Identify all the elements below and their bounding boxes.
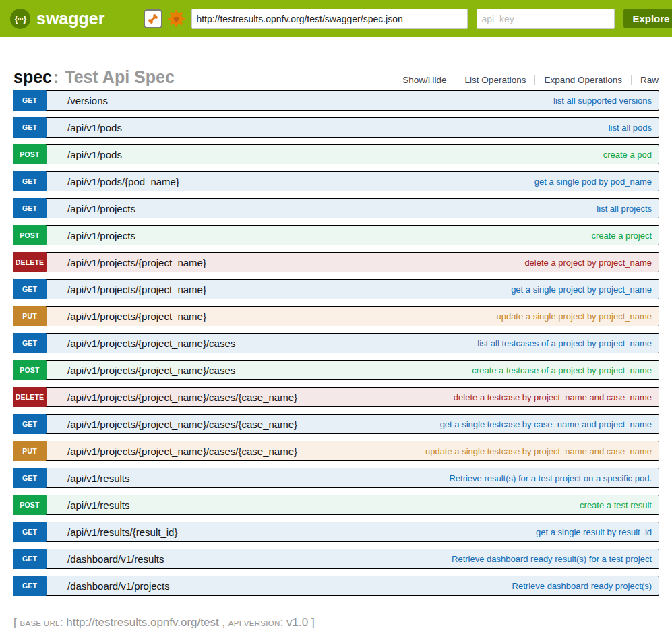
endpoint-row[interactable]: GET /api/v1/pods list all pods [13,117,659,138]
endpoint-summary-link[interactable]: list all projects [597,204,652,214]
main-content: spec: Test Api Spec Show/Hide List Opera… [0,37,672,630]
http-method-badge: POST [13,495,47,515]
endpoint-row[interactable]: DELETE /api/v1/projects/{project_name}/c… [13,387,659,407]
operations-toolbar: Show/Hide List Operations Expand Operati… [394,75,659,85]
endpoint-path-link[interactable]: /api/v1/projects/{project_name} [67,284,206,295]
http-method-badge: DELETE [13,387,47,407]
swagger-logo-text: swagger [36,9,104,28]
endpoint-summary-link[interactable]: list all supported versions [553,96,652,106]
endpoint-path-link[interactable]: /api/v1/results/{result_id} [67,526,177,538]
header-controls: Explore [144,9,672,29]
endpoint-summary-link[interactable]: Retrieve dashboard ready project(s) [512,581,652,591]
api-version-label: API VERSION [228,619,280,628]
endpoint-path-link[interactable]: /api/v1/projects/{project_name}/cases [67,338,235,349]
endpoint-summary-link[interactable]: get a single project by project_name [511,284,652,295]
gear-heart-button[interactable] [167,9,185,28]
header-bar: {···} swagger [0,0,672,37]
endpoint-row[interactable]: GET /api/v1/results/{result_id} get a si… [13,522,659,542]
toolbar-link[interactable]: Show/Hide [394,75,455,85]
endpoint-path-link[interactable]: /api/v1/pods [67,149,122,160]
footer-bracket-close: ] [308,616,314,629]
http-method-badge: GET [13,522,47,542]
endpoint-row[interactable]: GET /versions list all supported version… [13,90,659,111]
toolbar-link[interactable]: Expand Operations [534,75,631,85]
http-method-badge: GET [13,333,47,353]
endpoint-path-link[interactable]: /api/v1/projects/{project_name} [67,257,206,268]
endpoint-summary-link[interactable]: Retrieve result(s) for a test project on… [449,473,652,483]
endpoint-row[interactable]: GET /api/v1/projects/{project_name} get … [13,279,659,299]
endpoint-list: GET /versions list all supported version… [13,90,659,596]
endpoint-path-link[interactable]: /api/v1/projects [67,230,135,241]
resource-title-row: spec: Test Api Spec Show/Hide List Opera… [13,67,659,87]
bone-link-button[interactable] [144,9,162,28]
http-method-badge: GET [13,171,47,191]
endpoint-path-link[interactable]: /dashboard/v1/results [67,553,164,565]
endpoint-row[interactable]: POST /api/v1/results create a test resul… [13,495,659,515]
endpoint-summary-link[interactable]: create a testcase of a project by projec… [472,365,652,375]
endpoint-summary-link[interactable]: get a single result by result_id [536,527,652,537]
endpoint-summary-link[interactable]: delete a testcase by project_name and ca… [454,392,652,402]
endpoint-path-link[interactable]: /versions [67,95,108,106]
swagger-logo[interactable]: {···} swagger [10,9,104,29]
endpoint-path-link[interactable]: /api/v1/results [67,499,130,511]
http-method-badge: DELETE [13,252,47,272]
http-method-badge: POST [13,144,47,164]
http-method-badge: GET [13,549,47,569]
endpoint-row[interactable]: GET /api/v1/pods/{pod_name} get a single… [13,171,659,191]
endpoint-summary-link[interactable]: delete a project by project_name [524,257,652,268]
endpoint-path-link[interactable]: /api/v1/projects/{project_name} [67,311,206,322]
endpoint-row[interactable]: POST /api/v1/pods create a pod [13,144,659,164]
endpoint-path-link[interactable]: /api/v1/projects [67,203,135,214]
endpoint-summary-link[interactable]: update a single project by project_name [496,311,652,322]
endpoint-summary-link[interactable]: create a project [591,231,652,241]
explore-button[interactable]: Explore [623,9,672,28]
page-title: spec: Test Api Spec [13,67,175,87]
endpoint-path-link[interactable]: /api/v1/projects/{project_name}/cases/{c… [67,392,297,403]
endpoint-row[interactable]: DELETE /api/v1/projects/{project_name} d… [13,252,659,272]
endpoint-summary-link[interactable]: get a single testcase by case_name and p… [440,419,652,429]
endpoint-row[interactable]: GET /api/v1/results Retrieve result(s) f… [13,468,659,488]
api-key-input[interactable] [477,9,615,29]
endpoint-summary-link[interactable]: update a single testcase by project_name… [425,446,652,456]
toolbar-link[interactable]: List Operations [456,75,535,85]
toolbar-link[interactable]: Raw [631,75,659,85]
resource-name: spec [13,67,52,86]
endpoint-row[interactable]: GET /api/v1/projects/{project_name}/case… [13,333,659,353]
endpoint-summary-link[interactable]: list all pods [609,123,652,133]
endpoint-path-link[interactable]: /api/v1/pods/{pod_name} [67,176,179,187]
endpoint-path-link[interactable]: /api/v1/pods [67,122,122,133]
api-version-value: v1.0 [286,616,308,629]
endpoint-path-link[interactable]: /api/v1/projects/{project_name}/cases/{c… [67,419,297,430]
http-method-badge: POST [13,360,47,380]
base-url-footer: [ BASE URL: http://testresults.opnfv.org… [13,616,659,630]
base-url-value: http://testresults.opnfv.org/test [66,616,218,629]
endpoint-path-link[interactable]: /api/v1/projects/{project_name}/cases [67,365,235,376]
endpoint-row[interactable]: GET /api/v1/projects list all projects [13,198,659,218]
http-method-badge: GET [13,198,47,218]
endpoint-summary-link[interactable]: create a test result [580,500,652,510]
endpoint-path-link[interactable]: /dashboard/v1/projects [67,580,170,592]
endpoint-summary-link[interactable]: get a single pod by pod_name [534,177,652,187]
bone-icon [147,13,159,25]
endpoint-summary-link[interactable]: Retrieve dashboard ready result(s) for a… [452,554,652,564]
endpoint-row[interactable]: GET /dashboard/v1/results Retrieve dashb… [13,549,659,569]
endpoint-path-link[interactable]: /api/v1/results [67,472,130,484]
endpoint-row[interactable]: GET /dashboard/v1/projects Retrieve dash… [13,576,659,596]
endpoint-row[interactable]: POST /api/v1/projects/{project_name}/cas… [13,360,659,380]
resource-description: Test Api Spec [65,67,175,86]
spec-url-input[interactable] [191,9,468,29]
footer-colon-2: : [280,616,286,629]
http-method-badge: POST [13,225,47,245]
endpoint-summary-link[interactable]: create a pod [603,150,652,160]
endpoint-row[interactable]: POST /api/v1/projects create a project [13,225,659,245]
base-url-label: BASE URL [20,619,59,628]
endpoint-summary-link[interactable]: list all testcases of a project by proje… [477,338,652,348]
footer-comma: , [219,616,228,629]
endpoint-row[interactable]: GET /api/v1/projects/{project_name}/case… [13,414,659,434]
gear-heart-icon [167,9,185,28]
endpoint-path-link[interactable]: /api/v1/projects/{project_name}/cases/{c… [67,446,297,457]
endpoint-row[interactable]: PUT /api/v1/projects/{project_name}/case… [13,441,659,461]
endpoint-row[interactable]: PUT /api/v1/projects/{project_name} upda… [13,306,659,326]
http-method-badge: GET [13,279,47,299]
title-separator: : [52,67,60,86]
